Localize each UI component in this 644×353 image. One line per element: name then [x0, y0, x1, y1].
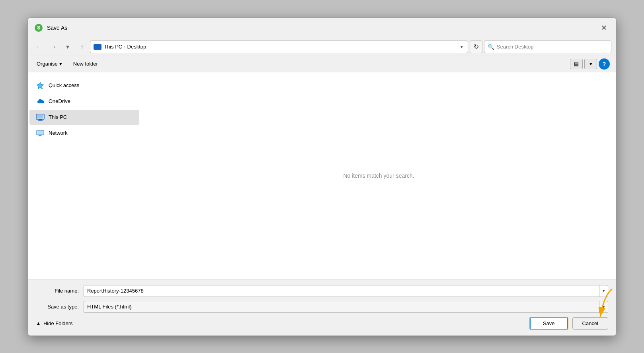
onedrive-label: OneDrive: [49, 98, 70, 104]
quick-access-label: Quick access: [49, 82, 79, 88]
svg-rect-6: [38, 120, 43, 121]
svg-rect-5: [39, 119, 42, 120]
search-bar: 🔍: [484, 41, 611, 53]
title-bar-left: $ Save As: [34, 23, 67, 32]
organise-label: Organise: [37, 61, 58, 67]
quick-access-icon: [36, 81, 45, 90]
nav-bar: ← → ▾ ↑ This PC › Desktop ▾ ↻ 🔍: [28, 38, 616, 56]
search-input[interactable]: [497, 44, 608, 50]
filetype-row: Save as type: HTML Files (*.html) ▾: [36, 301, 608, 313]
svg-text:$: $: [37, 25, 40, 31]
sidebar-item-this-pc[interactable]: This PC: [29, 110, 139, 125]
hide-folders-label: Hide Folders: [43, 320, 73, 326]
title-bar: $ Save As ✕: [28, 18, 616, 38]
this-pc-icon: [36, 113, 45, 122]
back-button[interactable]: ←: [33, 41, 45, 53]
svg-rect-10: [38, 136, 42, 136]
sidebar-item-onedrive[interactable]: OneDrive: [29, 94, 139, 109]
forward-button[interactable]: →: [47, 41, 60, 53]
save-as-dialog: $ Save As ✕ ← → ▾ ↑ This PC › Desktop ▾ …: [27, 17, 617, 336]
filetype-value: HTML Files (*.html): [84, 304, 599, 310]
address-sep1: ›: [124, 44, 125, 50]
filetype-select-wrapper: HTML Files (*.html) ▾: [84, 301, 608, 313]
view-dropdown-button[interactable]: ▾: [584, 59, 597, 69]
help-button[interactable]: ?: [599, 58, 610, 70]
sidebar-item-network[interactable]: Network: [29, 126, 139, 141]
footer-row: ▲ Hide Folders Save Cancel: [36, 317, 608, 330]
sidebar-item-quick-access[interactable]: Quick access: [29, 78, 139, 93]
view-button[interactable]: ▤: [570, 59, 583, 69]
onedrive-icon: [36, 97, 45, 106]
address-bar[interactable]: This PC › Desktop ▾: [90, 41, 468, 53]
sidebar: Quick access OneDrive: [28, 72, 141, 279]
footer-actions: Save Cancel: [529, 317, 608, 330]
network-label: Network: [49, 130, 68, 136]
bottom-bar: File name: ▾ Save as type: HTML Files (*…: [28, 279, 616, 336]
dialog-title: Save As: [47, 25, 67, 31]
toolbar: Organise ▾ New folder ▤ ▾ ?: [28, 56, 616, 72]
up-button[interactable]: ↑: [76, 41, 88, 53]
filename-input-wrapper: ▾: [84, 285, 608, 297]
address-path: This PC › Desktop: [104, 44, 457, 50]
filetype-label: Save as type:: [36, 304, 84, 310]
content-pane: No items match your search.: [141, 72, 616, 279]
new-folder-button[interactable]: New folder: [71, 59, 100, 68]
save-button-wrapper: Save: [529, 317, 568, 330]
address-bar-pc-icon: [94, 44, 101, 50]
svg-point-11: [37, 136, 37, 136]
svg-rect-9: [39, 135, 41, 136]
close-button[interactable]: ✕: [598, 22, 610, 34]
organise-dropdown-icon: ▾: [59, 61, 62, 67]
toolbar-right: ▤ ▾ ?: [570, 58, 610, 70]
address-dropdown-button[interactable]: ▾: [459, 44, 464, 50]
new-folder-label: New folder: [73, 61, 98, 67]
svg-rect-8: [37, 131, 43, 134]
refresh-button[interactable]: ↻: [470, 41, 482, 53]
hide-folders-button[interactable]: ▲ Hide Folders: [36, 320, 73, 326]
svg-rect-4: [37, 115, 43, 118]
svg-marker-2: [37, 82, 44, 89]
empty-message: No items match your search.: [343, 173, 414, 179]
filename-input[interactable]: [84, 288, 599, 294]
filename-row: File name: ▾: [36, 285, 608, 297]
main-content: Quick access OneDrive: [28, 72, 616, 279]
address-desktop: Desktop: [127, 44, 146, 50]
hide-folders-icon: ▲: [36, 320, 41, 326]
app-icon: $: [34, 23, 43, 32]
cancel-button[interactable]: Cancel: [572, 317, 608, 330]
address-this-pc: This PC: [104, 44, 122, 50]
filename-dropdown-button[interactable]: ▾: [599, 285, 608, 297]
network-icon: [36, 129, 45, 138]
save-button[interactable]: Save: [529, 317, 568, 330]
nav-dropdown-button[interactable]: ▾: [61, 41, 74, 53]
filetype-dropdown-button[interactable]: ▾: [599, 301, 608, 312]
this-pc-label: This PC: [49, 114, 67, 120]
organise-button[interactable]: Organise ▾: [34, 59, 64, 68]
filename-label: File name:: [36, 288, 84, 294]
search-icon: 🔍: [488, 44, 494, 50]
